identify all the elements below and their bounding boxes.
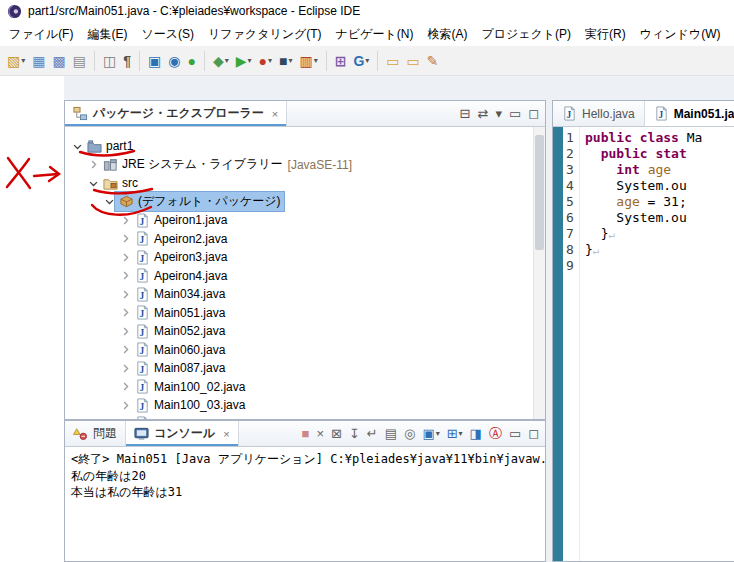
tab-main051-java[interactable]: J Main051.java [645, 101, 734, 126]
minimize-button[interactable]: ▭ [509, 427, 521, 440]
menu-item-5[interactable]: 検索(A) [420, 22, 474, 47]
chevron-collapsed-icon[interactable] [87, 158, 99, 172]
menu-item-7[interactable]: 実行(R) [578, 22, 633, 47]
block-selection-button[interactable]: ◫ [100, 49, 119, 73]
pin-console-button[interactable]: ◎ [404, 427, 415, 440]
new-java-project-button[interactable]: ⊞ [332, 49, 350, 73]
scroll-lock-button[interactable]: ↧ [349, 427, 360, 440]
menu-item-8[interactable]: ウィンドウ(W) [633, 22, 728, 47]
open-type-button[interactable]: ◉ [165, 49, 183, 73]
tab-hello-java[interactable]: J Hello.java [553, 101, 645, 126]
debug-button[interactable]: ◆▾ [210, 49, 232, 73]
menu-item-6[interactable]: プロジェクト(P) [474, 22, 578, 47]
chevron-collapsed-icon[interactable] [119, 306, 131, 320]
view-menu-button[interactable]: ▾ [495, 107, 502, 120]
save-button[interactable]: ▦ [29, 49, 48, 73]
tree-item-src[interactable]: src [65, 174, 533, 193]
tree-item-main034-java[interactable]: JMain034.java [65, 285, 533, 304]
menu-item-1[interactable]: 編集(E) [80, 22, 134, 47]
word-wrap-button[interactable]: ↵ [367, 427, 378, 440]
tree-item-apeiron4-java[interactable]: JApeiron4.java [65, 267, 533, 286]
profile-button[interactable]: ■▾ [276, 49, 295, 73]
chevron-collapsed-icon[interactable] [119, 232, 131, 246]
display-selected-console-button[interactable]: ▣▾ [422, 427, 439, 440]
remove-launch-button[interactable]: × [316, 427, 324, 440]
annotate-button[interactable]: ✎ [424, 49, 442, 73]
new-wizard-button[interactable]: ▧▾ [4, 49, 28, 73]
coverage-button[interactable]: ●▾ [256, 49, 275, 73]
tree-item-default-package[interactable]: (デフォルト・パッケージ) [65, 193, 533, 212]
dropdown-caret-icon[interactable]: ▾ [314, 57, 318, 65]
tree-item-main100-03-java[interactable]: JMain100_03.java [65, 396, 533, 415]
chevron-collapsed-icon[interactable] [119, 269, 131, 283]
tree-item-apeiron3-java[interactable]: JApeiron3.java [65, 248, 533, 267]
menu-item-4[interactable]: ナビゲート(N) [329, 22, 421, 47]
print-button[interactable]: ▤ [70, 49, 89, 73]
tree-item-main100-04-java[interactable]: JMain100_04.java [65, 415, 533, 420]
menu-item-3[interactable]: リファクタリング(T) [201, 22, 329, 47]
task-list-button[interactable]: ▣ [145, 49, 164, 73]
dropdown-caret-icon[interactable]: ▾ [21, 57, 25, 65]
tab-problems[interactable]: 問題 [65, 421, 126, 446]
menu-item-2[interactable]: ソース(S) [134, 22, 201, 47]
dropdown-caret-icon[interactable]: ▾ [436, 430, 440, 438]
chevron-collapsed-icon[interactable] [119, 343, 131, 357]
tree-item-main060-java[interactable]: JMain060.java [65, 341, 533, 360]
open-folder-button[interactable]: ▭ [383, 49, 402, 73]
activate-on-stdout-button[interactable]: ◨ [470, 427, 482, 440]
tab-package-explorer[interactable]: パッケージ・エクスプローラー × [65, 101, 287, 126]
tree-item-main100-02-java[interactable]: JMain100_02.java [65, 378, 533, 397]
save-all-button[interactable]: ▩ [49, 49, 68, 73]
run-button[interactable]: ▶▾ [233, 49, 255, 73]
maximize-button[interactable]: ◻ [528, 427, 539, 440]
tree-item-jre-system-library[interactable]: JRE システム・ライブラリー[JavaSE-11] [65, 156, 533, 175]
junit-button[interactable]: ▥▾ [296, 49, 320, 73]
close-icon[interactable]: × [223, 428, 229, 440]
chevron-expanded-icon[interactable] [103, 195, 115, 209]
chevron-collapsed-icon[interactable] [119, 287, 131, 301]
terminate-button[interactable]: ■ [302, 427, 310, 440]
dropdown-caret-icon[interactable]: ▾ [365, 57, 369, 65]
remove-all-launches-button[interactable]: ⊠ [331, 427, 342, 440]
menu-item-9[interactable]: ヘルプ(H) [727, 22, 734, 47]
chevron-collapsed-icon[interactable] [119, 380, 131, 394]
chevron-expanded-icon[interactable] [87, 176, 99, 190]
tree-item-part1[interactable]: part1 [65, 137, 533, 156]
tree-item-apeiron2-java[interactable]: JApeiron2.java [65, 230, 533, 249]
collapse-all-button[interactable]: ⊟ [460, 107, 471, 120]
chevron-collapsed-icon[interactable] [119, 213, 131, 227]
code-area[interactable]: public class Ma public stat int age Syst… [580, 127, 734, 561]
link-with-editor-button[interactable]: ⇄ [477, 107, 488, 120]
import-folder-button[interactable]: ▭ [404, 49, 423, 73]
chevron-collapsed-icon[interactable] [119, 361, 131, 375]
tab-main051-java-label: Main051.java [674, 107, 734, 121]
maximize-button[interactable]: ◻ [528, 107, 539, 120]
minimize-button[interactable]: ▭ [509, 107, 521, 120]
dropdown-caret-icon[interactable]: ▾ [288, 57, 292, 65]
tree-item-main051-java[interactable]: JMain051.java [65, 304, 533, 323]
tree-item-apeiron1-java[interactable]: JApeiron1.java [65, 211, 533, 230]
chevron-expanded-icon[interactable] [71, 139, 83, 153]
dropdown-caret-icon[interactable]: ▾ [247, 57, 251, 65]
close-icon[interactable]: × [272, 108, 278, 120]
chevron-collapsed-icon[interactable] [119, 417, 131, 419]
chevron-collapsed-icon[interactable] [119, 250, 131, 264]
menu-item-0[interactable]: ファイル(F) [2, 22, 80, 47]
activate-on-stderr-button[interactable]: Ⓐ [489, 427, 502, 440]
tree-item-main052-java[interactable]: JMain052.java [65, 322, 533, 341]
console-output[interactable]: <終了> Main051 [Java アプリケーション] C:¥pleiades… [65, 447, 545, 561]
tab-console[interactable]: コンソール × [126, 421, 239, 446]
dropdown-caret-icon[interactable]: ▾ [459, 430, 463, 438]
scrollbar-thumb[interactable] [535, 135, 544, 250]
generate-button[interactable]: G▾ [350, 49, 372, 73]
dropdown-caret-icon[interactable]: ▾ [225, 57, 229, 65]
clear-console-button[interactable]: ▤ [385, 427, 397, 440]
last-edit-location-button[interactable]: ● [184, 49, 198, 73]
chevron-collapsed-icon[interactable] [119, 398, 131, 412]
show-whitespace-button[interactable]: ¶ [120, 49, 134, 73]
dropdown-caret-icon[interactable]: ▾ [268, 57, 272, 65]
open-console-button[interactable]: ⊞▾ [447, 427, 463, 440]
tree-item-main087-java[interactable]: JMain087.java [65, 359, 533, 378]
chevron-collapsed-icon[interactable] [119, 324, 131, 338]
tree-scrollbar[interactable] [533, 127, 545, 419]
